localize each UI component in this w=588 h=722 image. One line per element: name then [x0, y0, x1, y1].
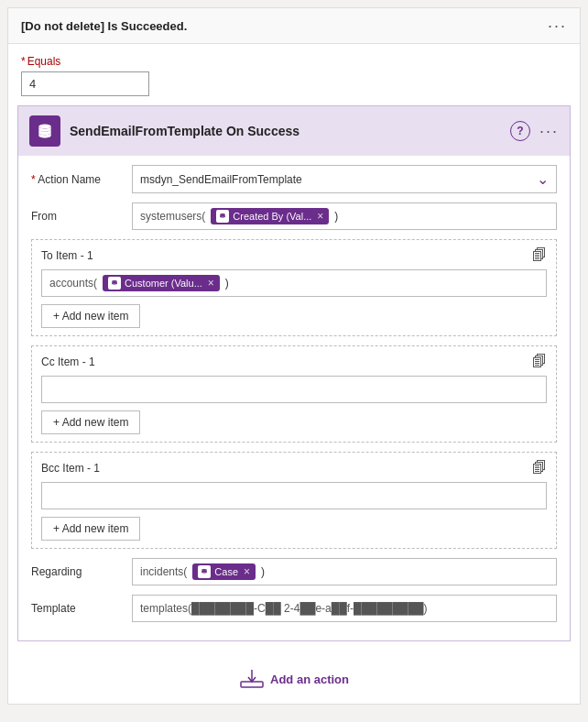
action-header: SendEmailFromTemplate On Success ? ···: [18, 106, 570, 156]
bcc-copy-button[interactable]: 🗐: [532, 460, 547, 476]
from-prefix: systemusers(: [140, 210, 205, 223]
equals-label: *Equals: [21, 55, 567, 68]
from-token-close[interactable]: ×: [317, 210, 323, 223]
svg-point-0: [38, 125, 50, 129]
bcc-section-header: Bcc Item - 1 🗐: [41, 460, 547, 476]
outer-menu-dots[interactable]: ···: [548, 17, 567, 34]
add-action-icon: [239, 669, 265, 689]
add-action-svg-icon: [239, 669, 265, 689]
regarding-row: Regarding incidents( Case ×: [31, 558, 557, 585]
regarding-token: Case ×: [192, 563, 256, 580]
equals-section: *Equals: [8, 44, 580, 105]
outer-card: [Do not delete] Is Succeeded. ··· *Equal…: [7, 7, 581, 705]
regarding-token-close[interactable]: ×: [244, 565, 250, 578]
bottom-add-action-section: Add an action: [8, 651, 580, 704]
action-name-row: Action Name msdyn_SendEmailFromTemplate …: [31, 165, 557, 193]
template-value[interactable]: templates(████████-C██ 2-4██e-a██f-█████…: [132, 595, 557, 622]
from-row: From systemusers( Created By (Val... ×: [31, 202, 557, 230]
add-action-button[interactable]: Add an action: [239, 669, 349, 689]
svg-point-2: [112, 280, 117, 282]
cc-add-new-button[interactable]: + Add new item: [41, 410, 140, 434]
cc-copy-button[interactable]: 🗐: [532, 354, 547, 370]
cc-section: Cc Item - 1 🗐 + Add new item: [31, 345, 557, 443]
help-button[interactable]: ?: [510, 121, 530, 141]
from-label: From: [31, 210, 123, 223]
to-section-header: To Item - 1 🗐: [41, 247, 547, 264]
bcc-section: Bcc Item - 1 🗐 + Add new item: [31, 452, 557, 549]
regarding-prefix: incidents(: [140, 565, 187, 578]
to-token-close[interactable]: ×: [208, 277, 214, 290]
template-text: templates(████████-C██ 2-4██e-a██f-█████…: [140, 602, 428, 615]
action-menu-dots[interactable]: ···: [539, 123, 559, 139]
bcc-label: Bcc Item - 1: [41, 462, 100, 475]
cc-input[interactable]: [41, 376, 547, 403]
from-token-icon: [216, 210, 229, 223]
outer-header: [Do not delete] Is Succeeded. ···: [8, 8, 580, 44]
to-add-new-button[interactable]: + Add new item: [41, 304, 140, 328]
regarding-value[interactable]: incidents( Case × ): [132, 558, 557, 585]
cc-label: Cc Item - 1: [41, 356, 95, 368]
from-token: Created By (Val... ×: [211, 208, 329, 224]
add-action-label: Add an action: [270, 673, 349, 686]
bcc-input[interactable]: [41, 482, 547, 509]
equals-input[interactable]: [21, 71, 149, 96]
svg-point-1: [220, 213, 225, 215]
action-icon: [29, 115, 60, 147]
to-prefix: accounts(: [49, 277, 97, 290]
to-token: Customer (Valu... ×: [103, 275, 220, 291]
to-copy-button[interactable]: 🗐: [532, 247, 547, 264]
to-section: To Item - 1 🗐 accounts( Custome: [31, 239, 557, 336]
action-header-left: SendEmailFromTemplate On Success: [29, 115, 299, 147]
outer-header-title: [Do not delete] Is Succeeded.: [21, 19, 187, 33]
cc-section-header: Cc Item - 1 🗐: [41, 354, 547, 370]
regarding-label: Regarding: [31, 565, 123, 578]
svg-point-3: [201, 569, 207, 571]
template-label: Template: [31, 602, 123, 615]
regarding-token-icon: [198, 565, 211, 578]
action-name-dropdown-arrow[interactable]: ⌄: [537, 170, 549, 188]
action-card: SendEmailFromTemplate On Success ? ··· A…: [17, 105, 571, 641]
database-icon: [36, 122, 54, 140]
to-token-icon: [108, 277, 121, 290]
from-value[interactable]: systemusers( Created By (Val... × ): [132, 202, 557, 230]
action-body: Action Name msdyn_SendEmailFromTemplate …: [18, 156, 570, 640]
bcc-add-new-button[interactable]: + Add new item: [41, 517, 140, 541]
to-label: To Item - 1: [41, 249, 93, 262]
action-name-label: Action Name: [31, 173, 123, 186]
action-name-value[interactable]: msdyn_SendEmailFromTemplate ⌄: [132, 165, 557, 193]
template-row: Template templates(████████-C██ 2-4██e-a…: [31, 595, 557, 622]
to-input[interactable]: accounts( Customer (Valu... × ): [41, 269, 547, 297]
action-title: SendEmailFromTemplate On Success: [70, 124, 299, 138]
action-header-right: ? ···: [510, 121, 559, 141]
